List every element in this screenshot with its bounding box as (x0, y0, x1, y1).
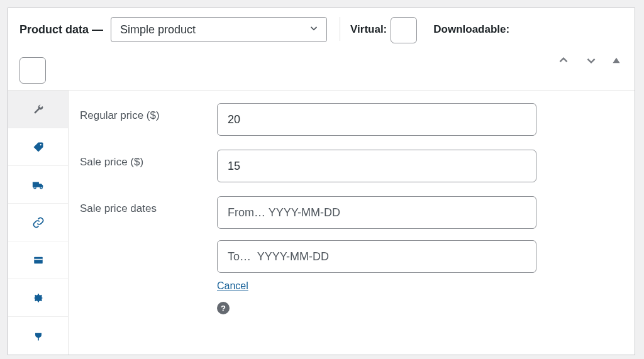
regular-price-input[interactable] (217, 103, 536, 136)
card-icon (33, 255, 44, 266)
sale-date-to-input[interactable] (217, 240, 536, 273)
downloadable-label: Downloadable: (433, 17, 509, 42)
link-icon (32, 216, 45, 229)
sale-price-row: Sale price ($) (80, 150, 623, 182)
product-data-panel: Product data — Simple product Virtual: D… (8, 8, 635, 355)
sale-date-from-input[interactable] (217, 196, 536, 229)
chevron-up-icon (557, 53, 570, 67)
help-icon[interactable]: ? (217, 302, 230, 314)
sale-price-dates-row: Sale price dates Cancel ? (80, 196, 623, 314)
cancel-schedule-link[interactable]: Cancel (217, 280, 248, 292)
downloadable-checkbox[interactable] (19, 57, 46, 84)
tab-attributes[interactable] (8, 241, 68, 279)
plug-icon (32, 329, 45, 342)
chevron-down-icon (584, 53, 598, 67)
wrench-icon (32, 103, 45, 116)
move-up-button[interactable] (555, 52, 572, 70)
virtual-label: Virtual: (350, 17, 387, 42)
svg-point-1 (33, 186, 35, 188)
panel-title: Product data — (19, 17, 103, 42)
collapse-button[interactable] (611, 55, 622, 68)
sale-price-input[interactable] (217, 150, 536, 182)
truck-icon (31, 178, 45, 192)
triangle-up-icon (612, 56, 621, 65)
panel-body: Regular price ($) Sale price ($) Sale pr… (8, 91, 635, 355)
sale-dates-label: Sale price dates (80, 196, 217, 215)
svg-point-0 (40, 144, 41, 145)
product-data-tabs (8, 91, 69, 355)
tab-advanced[interactable] (8, 279, 68, 317)
svg-rect-4 (34, 258, 43, 260)
svg-point-2 (40, 186, 42, 188)
move-down-button[interactable] (583, 52, 599, 70)
panel-header-controls (555, 52, 622, 70)
tab-content: Regular price ($) Sale price ($) Sale pr… (69, 91, 635, 355)
product-type-select[interactable]: Simple product (111, 17, 327, 42)
regular-price-label: Regular price ($) (80, 103, 217, 122)
product-type-select-wrap: Simple product (111, 17, 327, 42)
divider (340, 17, 340, 41)
svg-rect-3 (34, 257, 43, 263)
tab-plugin[interactable] (8, 317, 68, 355)
tab-general[interactable] (8, 91, 68, 128)
tab-inventory[interactable] (8, 128, 68, 166)
regular-price-row: Regular price ($) (80, 103, 623, 136)
virtual-checkbox[interactable] (391, 17, 417, 43)
panel-header: Product data — Simple product Virtual: D… (8, 8, 635, 91)
tab-shipping[interactable] (8, 166, 68, 204)
sale-price-label: Sale price ($) (80, 150, 217, 168)
gear-icon (32, 292, 45, 304)
tab-linked-products[interactable] (8, 204, 68, 241)
tag-icon (32, 141, 45, 153)
